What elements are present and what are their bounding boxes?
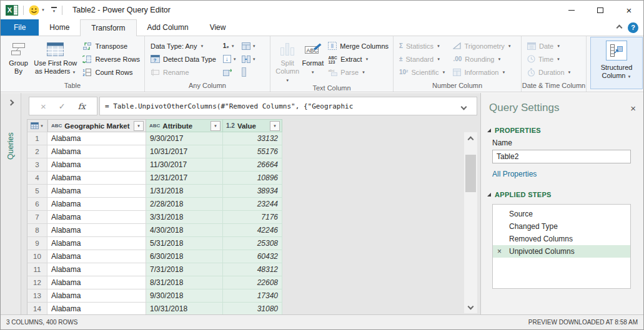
replace-values-button[interactable]: 1₂ ▼ (223, 39, 237, 52)
tab-file[interactable]: File (1, 19, 39, 36)
confirm-formula-icon[interactable]: ✓ (59, 102, 66, 111)
cell-value[interactable]: 31080 (223, 303, 282, 316)
filter-button[interactable]: ▼ (211, 121, 220, 131)
cell-attribute[interactable]: 1/31/2018 (146, 185, 223, 198)
applied-step-item[interactable]: Source (493, 208, 630, 220)
cell-geographic-market[interactable]: Alabama (47, 211, 146, 224)
cell-value[interactable]: 48312 (223, 263, 282, 276)
cell-geographic-market[interactable]: Alabama (47, 263, 146, 276)
delete-step-icon[interactable]: × (497, 247, 502, 256)
applied-steps-section-header[interactable]: APPLIED STEPS (487, 191, 644, 198)
applied-step-item[interactable]: ×Unpivoted Columns (493, 245, 630, 258)
close-button[interactable]: × (615, 1, 643, 19)
expand-queries-button[interactable] (1, 100, 21, 105)
column-header-value[interactable]: 1.2 Value ▼ (223, 119, 282, 132)
cell-geographic-market[interactable]: Alabama (47, 237, 146, 250)
all-properties-link[interactable]: All Properties (492, 170, 644, 178)
format-button[interactable]: ABC Format ▼ (300, 39, 325, 75)
cell-geographic-market[interactable]: Alabama (47, 198, 146, 211)
cell-value[interactable]: 22608 (223, 276, 282, 289)
table-menu-button[interactable]: ▼ (27, 119, 47, 132)
cell-geographic-market[interactable]: Alabama (47, 250, 146, 263)
cell-geographic-market[interactable]: Alabama (47, 145, 146, 158)
filter-button[interactable]: ▼ (134, 121, 144, 131)
cell-value[interactable]: 7176 (223, 211, 282, 224)
cell-attribute[interactable]: 10/31/2017 (146, 145, 223, 158)
collapse-ribbon-button[interactable] (617, 23, 622, 32)
count-rows-button[interactable]: 1 2 Count Rows (81, 66, 142, 79)
row-number-cell[interactable]: 9 (27, 237, 47, 250)
tab-add-column[interactable]: Add Column (137, 19, 199, 36)
extract-button[interactable]: ABC 123 Extract ▼ (326, 52, 390, 66)
row-number-cell[interactable]: 5 (27, 185, 47, 198)
cell-geographic-market[interactable]: Alabama (47, 172, 146, 185)
tab-transform[interactable]: Transform (80, 19, 136, 36)
vertical-scrollbar[interactable] (464, 132, 477, 313)
cell-geographic-market[interactable]: Alabama (47, 224, 146, 237)
minimize-button[interactable] (557, 1, 586, 19)
column-header-attribute[interactable]: ABC Attribute ▼ (146, 119, 223, 132)
fx-icon[interactable]: fx (78, 102, 86, 111)
group-by-button[interactable]: Group By (4, 39, 32, 75)
row-number-cell[interactable]: 11 (27, 263, 47, 276)
cell-attribute[interactable]: 4/30/2018 (146, 224, 223, 237)
cell-attribute[interactable]: 10/31/2018 (146, 303, 223, 316)
send-a-smile-button[interactable]: ▼ (29, 5, 45, 16)
cell-attribute[interactable]: 6/30/2018 (146, 250, 223, 263)
cell-geographic-market[interactable]: Alabama (47, 158, 146, 172)
cell-value[interactable]: 55176 (223, 145, 282, 158)
use-first-row-as-headers-button[interactable]: Use First Row as Headers ▼ (32, 39, 78, 75)
cell-attribute[interactable]: 11/30/2017 (146, 158, 223, 172)
cell-value[interactable]: 26664 (223, 158, 282, 172)
cell-value[interactable]: 25308 (223, 237, 282, 250)
smiley-dropdown-icon[interactable]: ▼ (41, 8, 45, 12)
cell-attribute[interactable]: 7/31/2018 (146, 263, 223, 276)
column-header-geographic-market[interactable]: ABC Geographic Market ▼ (47, 119, 146, 132)
scrollbar-thumb[interactable] (465, 155, 476, 192)
fill-button[interactable]: ↓ ▼ (223, 52, 237, 66)
row-number-cell[interactable]: 13 (27, 289, 47, 303)
cell-geographic-market[interactable]: Alabama (47, 132, 146, 145)
pivot-column-button[interactable]: ▼ (242, 39, 256, 52)
cell-attribute[interactable]: 9/30/2017 (146, 132, 223, 145)
cell-geographic-market[interactable]: Alabama (47, 289, 146, 303)
applied-step-item[interactable]: Removed Columns (493, 233, 630, 245)
close-panel-icon[interactable]: × (630, 103, 636, 114)
cell-geographic-market[interactable]: Alabama (47, 276, 146, 289)
scroll-down-button[interactable] (464, 301, 477, 313)
cell-value[interactable]: 10896 (223, 172, 282, 185)
unpivot-columns-button[interactable]: ▼ (242, 52, 256, 66)
detect-data-type-button[interactable]: ? Detect Data Type (149, 52, 218, 66)
row-number-cell[interactable]: 12 (27, 276, 47, 289)
expand-formula-bar-button[interactable] (462, 104, 466, 112)
row-number-cell[interactable]: 14 (27, 303, 47, 316)
row-number-cell[interactable]: 2 (27, 145, 47, 158)
cell-value[interactable]: 33132 (223, 132, 282, 145)
transpose-button[interactable]: Transpose (81, 39, 142, 52)
row-number-cell[interactable]: 4 (27, 172, 47, 185)
cell-attribute[interactable]: 2/28/2018 (146, 198, 223, 211)
row-number-cell[interactable]: 1 (27, 132, 47, 145)
row-number-cell[interactable]: 7 (27, 211, 47, 224)
customize-quick-access-toolbar-button[interactable]: ▼ (51, 7, 57, 13)
cell-attribute[interactable]: 12/31/2017 (146, 172, 223, 185)
cell-value[interactable]: 60432 (223, 250, 282, 263)
row-number-cell[interactable]: 3 (27, 158, 47, 172)
cell-geographic-market[interactable]: Alabama (47, 185, 146, 198)
reverse-rows-button[interactable]: Reverse Rows (81, 52, 142, 66)
row-number-cell[interactable]: 10 (27, 250, 47, 263)
maximize-button[interactable] (586, 1, 615, 19)
properties-section-header[interactable]: PROPERTIES (487, 127, 644, 134)
move-button[interactable] (223, 66, 237, 79)
filter-button[interactable]: ▼ (270, 121, 280, 131)
convert-to-list-button[interactable] (242, 66, 256, 79)
tab-view[interactable]: View (199, 19, 237, 36)
formula-input[interactable]: = Table.UnpivotOtherColumns(#"Removed Co… (99, 97, 477, 115)
cell-attribute[interactable]: 9/30/2018 (146, 289, 223, 303)
cancel-formula-icon[interactable]: × (41, 101, 46, 112)
merge-columns-button[interactable]: Merge Columns (326, 39, 390, 52)
cell-attribute[interactable]: 5/31/2018 (146, 237, 223, 250)
cell-value[interactable]: 42246 (223, 224, 282, 237)
cell-value[interactable]: 38934 (223, 185, 282, 198)
cell-attribute[interactable]: 8/31/2018 (146, 276, 223, 289)
